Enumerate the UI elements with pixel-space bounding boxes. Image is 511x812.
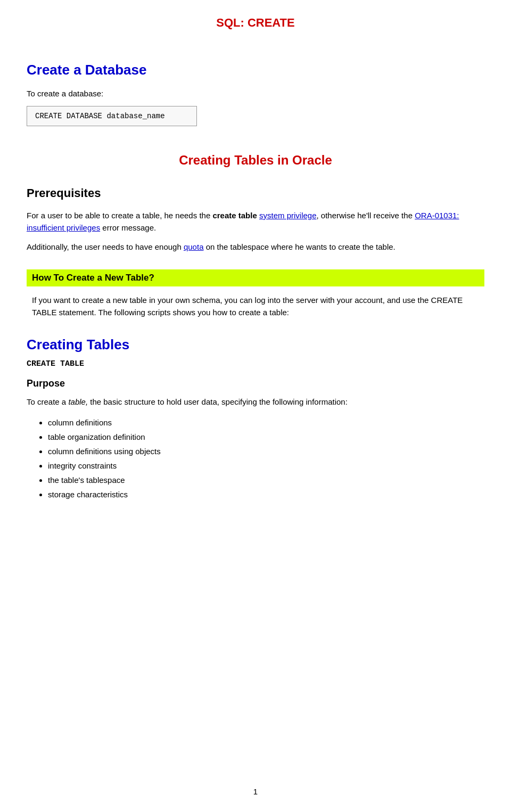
how-to-create-section: How To Create a New Table? If you want t…	[27, 269, 484, 326]
creating-tables-oracle-heading: Creating Tables in Oracle	[27, 153, 484, 168]
how-to-create-content: If you want to create a new table in you…	[27, 286, 484, 326]
creating-tables-section: Creating Tables CREATE TABLE Purpose To …	[27, 337, 484, 502]
purpose-italic: table,	[68, 397, 88, 406]
prereq-text-before-bold: For a user to be able to create a table,…	[27, 211, 212, 220]
prereq-text2-before: Additionally, the user needs to have eno…	[27, 242, 184, 251]
bullet-item-2: column definitions using objects	[48, 444, 484, 458]
how-to-create-bar: How To Create a New Table?	[27, 269, 484, 286]
prereq-text-mid: , otherwise he'll receive the	[317, 211, 415, 220]
create-database-section: Create a Database To create a database: …	[27, 62, 484, 147]
prerequisites-text1: For a user to be able to create a table,…	[27, 210, 484, 234]
page-title: SQL: CREATE	[27, 16, 484, 30]
prerequisites-heading: Prerequisites	[27, 186, 484, 200]
quota-link[interactable]: quota	[184, 242, 204, 251]
bullet-item-5: storage characteristics	[48, 487, 484, 502]
creating-tables-heading: Creating Tables	[27, 337, 484, 353]
purpose-text-after: the basic structure to hold user data, s…	[88, 397, 348, 406]
purpose-heading: Purpose	[27, 378, 484, 389]
create-database-heading: Create a Database	[27, 62, 484, 78]
prerequisites-text2: Additionally, the user needs to have eno…	[27, 241, 484, 253]
create-database-intro: To create a database:	[27, 89, 484, 98]
create-table-code: CREATE TABLE	[27, 359, 484, 368]
prereq-bold-text: create table	[212, 211, 257, 220]
bullet-item-0: column definitions	[48, 415, 484, 430]
prereq-text2-after: on the tablespace where he wants to crea…	[203, 242, 395, 251]
prerequisites-section: Prerequisites For a user to be able to c…	[27, 186, 484, 253]
page-number: 1	[0, 787, 511, 796]
bullet-item-3: integrity constraints	[48, 458, 484, 473]
purpose-text: To create a table, the basic structure t…	[27, 396, 484, 408]
bullet-item-4: the table's tablespace	[48, 473, 484, 487]
create-database-code: CREATE DATABASE database_name	[27, 106, 197, 126]
prereq-text-end: error message.	[100, 223, 156, 232]
bullet-item-1: table organization definition	[48, 430, 484, 444]
purpose-text-before: To create a	[27, 397, 68, 406]
system-privilege-link[interactable]: system privilege	[259, 211, 317, 220]
purpose-bullet-list: column definitionstable organization def…	[27, 415, 484, 502]
